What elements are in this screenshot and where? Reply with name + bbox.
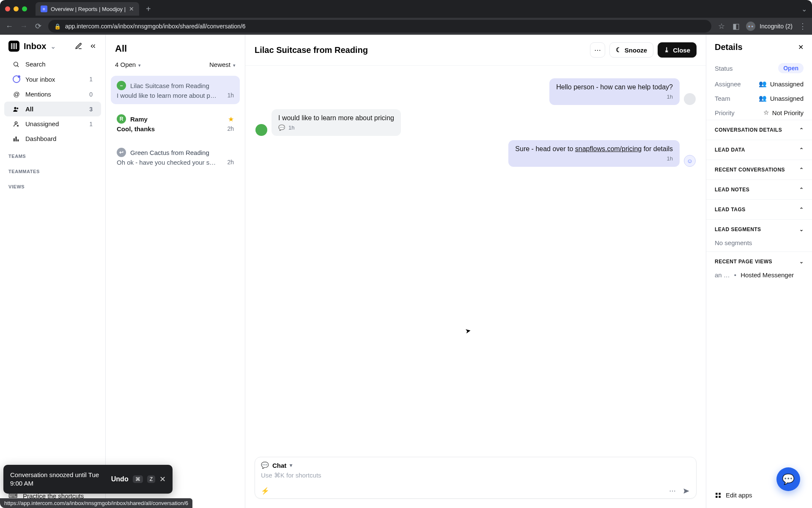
url-field[interactable]: 🔒 app.intercom.com/a/inbox/nnsgmgob/inbo… (48, 20, 711, 33)
reload-icon[interactable]: ⟳ (34, 22, 42, 31)
tabs-overflow-icon[interactable]: ⌄ (801, 5, 807, 13)
page-view-value: Hosted Messenger (741, 271, 794, 279)
svg-point-2 (16, 108, 18, 109)
section-conversation-details[interactable]: CONVERSATION DETAILS⌃ (706, 120, 812, 140)
chevron-down-icon[interactable]: ▾ (290, 462, 292, 468)
sidebar-item-dashboard[interactable]: Dashboard (4, 131, 101, 146)
compose-icon[interactable] (75, 42, 82, 50)
no-segments-text: No segments (706, 239, 812, 251)
sidebar-item-mentions[interactable]: @ Mentions 0 (4, 87, 101, 102)
bookmark-icon[interactable]: ☆ (717, 22, 726, 31)
svg-rect-5 (16, 136, 17, 141)
ellipsis-icon: ⋯ (594, 46, 601, 54)
browser-menu-icon[interactable]: ⋮ (798, 22, 807, 31)
chevron-down-icon: ▾ (233, 63, 236, 68)
snooze-button[interactable]: ☾ Snooze (609, 42, 653, 58)
app-logo-icon[interactable] (8, 41, 19, 52)
messenger-fab[interactable]: 💬 (776, 467, 800, 491)
section-lead-data[interactable]: LEAD DATA⌃ (706, 140, 812, 160)
sidebar-item-all[interactable]: All 3 (4, 102, 101, 116)
browser-address-bar: ← → ⟳ 🔒 app.intercom.com/a/inbox/nnsgmgo… (0, 18, 812, 35)
back-icon[interactable]: ← (5, 22, 14, 31)
tab-close-icon[interactable]: ✕ (129, 6, 134, 12)
star-icon: ★ (228, 115, 234, 123)
sort-filter[interactable]: Newest▾ (209, 61, 236, 68)
conversation-title: Lilac Suitcase from Reading (255, 45, 368, 55)
sidebar-item-count: 3 (89, 106, 93, 113)
conversation-item[interactable]: – Lilac Suitcase from Reading I would li… (111, 76, 240, 104)
section-lead-segments[interactable]: LEAD SEGMENTS⌄ (706, 219, 812, 239)
assignee-value[interactable]: 👥Unassigned (759, 80, 804, 88)
sidebar-section-views[interactable]: VIEWS (0, 177, 105, 192)
close-window-icon[interactable] (5, 6, 10, 11)
new-tab-icon[interactable]: + (143, 4, 154, 14)
details-panel: Details ✕ StatusOpen Assignee👥Unassigned… (706, 35, 812, 508)
chat-icon: 💬 (261, 461, 269, 469)
team-value[interactable]: 👥Unassigned (759, 94, 804, 102)
sidebar-item-unassigned[interactable]: Unassigned 1 (4, 116, 101, 131)
url-text: app.intercom.com/a/inbox/nnsgmgob/inbox/… (65, 23, 245, 30)
agent-avatar-icon (684, 93, 696, 105)
undo-button[interactable]: Undo (111, 475, 129, 483)
section-recent-page-views[interactable]: RECENT PAGE VIEWS⌄ (706, 251, 812, 271)
close-details-icon[interactable]: ✕ (798, 43, 804, 51)
sidebar-item-count: 0 (89, 91, 93, 98)
conversation-time: 2h (227, 125, 234, 133)
lightning-icon[interactable]: ⚡ (261, 487, 269, 495)
chevron-down-icon: ⌄ (799, 226, 804, 232)
maximize-window-icon[interactable] (22, 6, 27, 11)
more-actions-button[interactable]: ⋯ (590, 42, 605, 58)
status-badge[interactable]: Open (778, 63, 804, 73)
collapse-sidebar-icon[interactable] (89, 42, 97, 50)
chevron-up-icon: ⌃ (799, 207, 804, 213)
message-time: 1h (667, 155, 673, 162)
message-text: Hello person - how can we help today? (556, 83, 673, 91)
close-button[interactable]: ⤓ Close (658, 42, 697, 58)
minimize-window-icon[interactable] (14, 6, 19, 11)
conversation-preview: I would like to learn more about pricing (117, 92, 218, 99)
pricing-link[interactable]: snapflows.com/pricing (575, 145, 642, 152)
message-text: I would like to learn more about pricing (278, 114, 394, 122)
dashboard-icon (13, 135, 20, 142)
browser-tab[interactable]: ≡ Overview | Reports | Moodjoy | ✕ (36, 2, 139, 16)
sidebar-section-teams[interactable]: TEAMS (0, 146, 105, 161)
composer[interactable]: 💬 Chat ▾ Use ⌘K for shortcuts ⚡ ⋯ (255, 457, 697, 499)
conversation-list: All 4 Open▾ Newest▾ – Lilac Suitcase fro… (106, 35, 245, 508)
priority-value[interactable]: ☆Not Priority (763, 109, 804, 116)
section-lead-tags[interactable]: LEAD TAGS⌃ (706, 199, 812, 219)
snooze-label: Snooze (625, 47, 647, 54)
svg-rect-6 (17, 139, 19, 141)
open-filter[interactable]: 4 Open▾ (115, 61, 141, 68)
inbox-dropdown-icon[interactable]: ⌄ (50, 42, 56, 50)
toast-close-icon[interactable]: ✕ (159, 475, 166, 484)
team-label: Team (715, 95, 730, 102)
conversation-item[interactable]: R Ramy ★ Cool, thanks 2h (111, 109, 240, 138)
composer-mode[interactable]: Chat (272, 462, 286, 469)
send-icon[interactable] (683, 487, 690, 495)
toast-message: Conversation snoozed until Tue 9:00 AM (10, 471, 104, 488)
incognito-label: Incognito (2) (760, 23, 793, 30)
svg-rect-9 (716, 496, 718, 498)
conversation-item[interactable]: ↩ Green Cactus from Reading Oh ok - have… (111, 143, 240, 171)
status-bar: https://app.intercom.com/a/inbox/nnsgmgo… (0, 498, 192, 508)
sidebar-search[interactable]: Search (4, 57, 101, 72)
star-outline-icon: ☆ (763, 109, 769, 116)
chevron-down-icon: ⌄ (799, 259, 804, 265)
section-lead-notes[interactable]: LEAD NOTES⌃ (706, 179, 812, 199)
forward-icon[interactable]: → (19, 22, 28, 31)
your-inbox-icon (13, 75, 20, 83)
sidebar-item-your-inbox[interactable]: Your inbox 1 (4, 72, 101, 87)
composer-input[interactable]: Use ⌘K for shortcuts (261, 472, 690, 483)
sidebar-item-label: Mentions (25, 91, 51, 98)
snooze-toast: Conversation snoozed until Tue 9:00 AM U… (3, 465, 173, 494)
extensions-icon[interactable]: ◧ (732, 22, 740, 31)
sidebar-section-teammates[interactable]: TEAMMATES (0, 161, 105, 177)
details-heading: Details (715, 42, 743, 52)
section-recent-conversations[interactable]: RECENT CONVERSATIONS⌃ (706, 160, 812, 179)
svg-point-3 (15, 121, 17, 124)
sidebar-item-count: 1 (89, 121, 93, 127)
composer-more-icon[interactable]: ⋯ (669, 487, 676, 495)
svg-rect-7 (716, 493, 718, 495)
search-icon (13, 61, 20, 68)
chevron-up-icon: ⌃ (799, 147, 804, 153)
